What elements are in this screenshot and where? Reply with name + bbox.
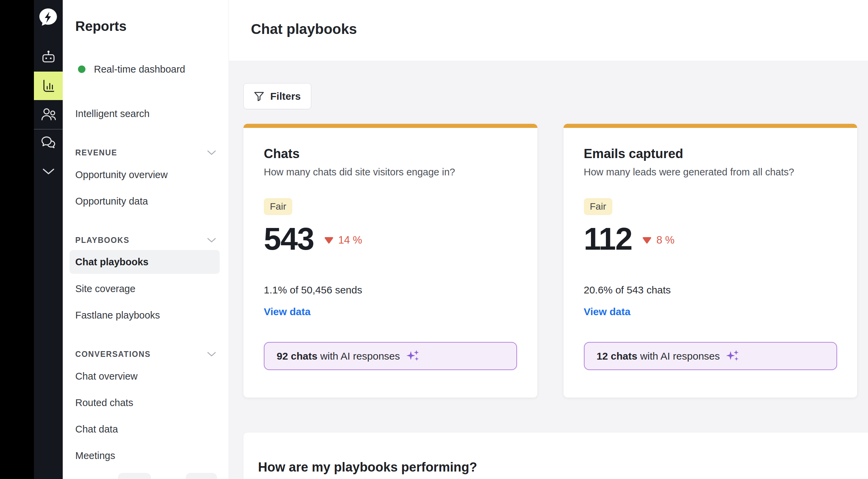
- reports-sidebar: Reports Real-time dashboard Intelligent …: [63, 0, 229, 479]
- sidebar-section-conversations[interactable]: CONVERSATIONS: [75, 349, 216, 359]
- window-black-margin: [0, 0, 34, 479]
- card-title: Emails captured: [584, 147, 837, 161]
- icon-rail: [34, 0, 63, 479]
- page-content: Filters Chats How many chats did site vi…: [229, 61, 868, 479]
- reports-nav-active[interactable]: [34, 72, 63, 100]
- users-nav-icon[interactable]: [34, 107, 63, 122]
- sidebar-item-opportunity-overview[interactable]: Opportunity overview: [75, 167, 229, 182]
- sidebar-item-meetings[interactable]: Meetings: [75, 448, 229, 463]
- live-status-dot-icon: [78, 65, 85, 73]
- sidebar-item-chat-data[interactable]: Chat data: [75, 422, 229, 437]
- chevron-down-icon: [207, 238, 216, 243]
- sidebar-section-playbooks[interactable]: PLAYBOOKS: [75, 235, 216, 245]
- page-header: Chat playbooks: [229, 0, 868, 61]
- triangle-down-icon: [324, 237, 334, 244]
- metric-delta: 8 %: [642, 234, 674, 246]
- card-status-bar: [243, 124, 537, 128]
- sidebar-item-label: Real-time dashboard: [94, 62, 185, 77]
- status-badge: Fair: [264, 198, 292, 215]
- page-title: Chat playbooks: [251, 21, 868, 37]
- sidebar-item-fastlane-playbooks[interactable]: Fastlane playbooks: [75, 308, 229, 323]
- ai-responses-pill[interactable]: 92 chats with AI responses: [264, 342, 517, 370]
- qualified-logo-icon[interactable]: [38, 7, 58, 27]
- sidebar-item-intelligent-search[interactable]: Intelligent search: [75, 106, 229, 121]
- view-data-link[interactable]: View data: [264, 306, 311, 318]
- metric-context: 20.6% of 543 chats: [584, 284, 837, 296]
- sidebar-item-chat-overview[interactable]: Chat overview: [75, 369, 229, 384]
- sparkles-icon: [725, 349, 740, 364]
- cutoff-sidebar-item: [118, 473, 151, 479]
- sidebar-item-opportunity-data[interactable]: Opportunity data: [75, 194, 229, 209]
- view-data-link[interactable]: View data: [584, 306, 631, 318]
- card-subtitle: How many leads were generated from all c…: [584, 167, 837, 178]
- metric-card-chats: Chats How many chats did site visitors e…: [243, 124, 537, 398]
- status-badge: Fair: [584, 198, 612, 215]
- card-subtitle: How many chats did site visitors engage …: [264, 167, 517, 178]
- metric-value: 543: [264, 221, 314, 256]
- chevron-down-icon: [207, 352, 216, 357]
- metric-context: 1.1% of 50,456 sends: [264, 284, 517, 296]
- funnel-icon: [254, 91, 264, 101]
- sidebar-item-realtime-dashboard[interactable]: Real-time dashboard: [78, 62, 229, 77]
- rail-chevron-down-icon[interactable]: [34, 168, 63, 175]
- filters-button[interactable]: Filters: [243, 83, 311, 109]
- sparkles-icon: [406, 349, 420, 364]
- metric-card-emails-captured: Emails captured How many leads were gene…: [564, 124, 857, 398]
- cutoff-sidebar-item: [186, 473, 217, 479]
- app-window: Reports Real-time dashboard Intelligent …: [0, 0, 868, 479]
- bar-chart-icon: [41, 78, 56, 94]
- metric-delta: 14 %: [324, 234, 362, 246]
- card-status-bar: [564, 124, 857, 128]
- sidebar-item-chat-playbooks[interactable]: Chat playbooks: [70, 250, 220, 274]
- conversations-nav-icon[interactable]: [34, 135, 63, 151]
- sidebar-section-revenue[interactable]: REVENUE: [75, 148, 216, 158]
- playbooks-performance-section: How are my playbooks performing?: [243, 433, 868, 479]
- main-panel: Chat playbooks Filters Chats How many ch…: [229, 0, 868, 479]
- sidebar-title: Reports: [75, 18, 229, 34]
- chevron-down-icon: [207, 150, 216, 155]
- card-title: Chats: [264, 147, 517, 161]
- bot-nav-icon[interactable]: [34, 50, 63, 65]
- section-heading: How are my playbooks performing?: [258, 460, 868, 475]
- triangle-down-icon: [642, 237, 652, 244]
- sidebar-item-routed-chats[interactable]: Routed chats: [75, 395, 229, 410]
- metric-cards-row: Chats How many chats did site visitors e…: [243, 124, 857, 398]
- ai-responses-pill[interactable]: 12 chats with AI responses: [584, 342, 837, 370]
- sidebar-item-site-coverage[interactable]: Site coverage: [75, 281, 229, 296]
- metric-value: 112: [584, 221, 632, 256]
- rail-divider: [34, 129, 63, 130]
